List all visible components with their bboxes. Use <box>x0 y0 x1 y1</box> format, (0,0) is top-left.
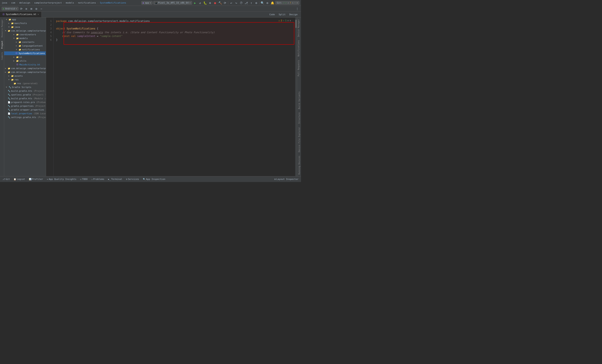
logcat-button[interactable]: 📋 Logcat <box>12 177 27 181</box>
layout-inspector-button[interactable]: ⊞ Layout Inspector <box>273 177 300 181</box>
stop-button[interactable]: ■ <box>213 1 217 5</box>
sync-button[interactable]: ⟳ <box>223 1 227 5</box>
tree-item-java[interactable]: ▼ 📁 java <box>4 25 46 29</box>
tree-item-gradle-props[interactable]: ▶ 🔧 gradle.properties (Project Propertie… <box>4 104 46 108</box>
arrow-com-delasign: ▼ <box>5 30 8 32</box>
design-view-button[interactable]: Design <box>288 13 299 16</box>
breadcrumb-java[interactable]: java <box>2 1 7 4</box>
terminal-button[interactable]: ▶_ Terminal <box>107 177 124 181</box>
tree-item-res-generated[interactable]: ▶ 📁 res (generated) <box>4 82 46 85</box>
app-inspection-button[interactable]: 🔍 App Inspection <box>141 177 167 181</box>
structure-tab[interactable]: Structure <box>297 111 301 125</box>
services-button[interactable]: ⚙ Services <box>124 177 141 181</box>
tree-item-models[interactable]: ▼ 📁 models <box>4 36 46 40</box>
run-config-dropdown[interactable]: ▼ <box>150 2 151 4</box>
logcat-icon: 📋 <box>14 178 16 180</box>
push-button[interactable]: ↑ <box>249 1 253 5</box>
notification-button[interactable]: 🔔 <box>270 1 274 5</box>
tree-item-local-props[interactable]: ▶ 📄 local.properties (SDK Location) <box>4 112 46 115</box>
breadcrumb-com[interactable]: com <box>11 1 15 4</box>
expand-icon[interactable]: ∧ <box>287 19 289 22</box>
git-bottom-button[interactable]: ⎇ Git <box>1 177 11 181</box>
code-view-button[interactable]: Code <box>268 13 277 16</box>
device-manager-tab[interactable]: Device Manager <box>297 18 301 38</box>
undo-button[interactable]: ↩ <box>229 1 233 5</box>
scrollbar-thumb[interactable] <box>295 20 297 28</box>
settings2-icon[interactable]: ⊞ <box>29 7 33 11</box>
tree-item-manifests[interactable]: ▶ 📁 manifests <box>4 21 46 25</box>
vcs-button[interactable]: ⎇ <box>244 1 248 5</box>
tree-item-build-gradle-module[interactable]: ▶ 🔧 build.gradle.kts (Module :app) <box>4 96 46 100</box>
tab-close-button[interactable]: × <box>38 13 39 15</box>
pull-requests-tab[interactable]: Pull Requests <box>297 58 301 78</box>
three-dots-icon[interactable]: ⋮ <box>295 7 299 11</box>
tree-item-androidtest[interactable]: ▶ 📁 com.delasign.samplestarterproject (a… <box>4 66 46 70</box>
notifications-tab[interactable]: Notifications <box>297 38 301 58</box>
refresh-button[interactable]: ↺ <box>198 1 202 5</box>
breadcrumb-models[interactable]: models <box>66 1 74 4</box>
tree-label-java: java <box>14 26 20 28</box>
filter-icon[interactable]: ≡ <box>24 7 28 11</box>
tree-item-notifications[interactable]: ▼ 📁 notifications <box>4 48 46 52</box>
tree-item-app[interactable]: ▼ 📁 app <box>4 18 46 21</box>
project-tab[interactable]: Project <box>0 39 4 50</box>
device-file-explorer-tab[interactable]: Device File Explorer <box>297 125 301 154</box>
gear2-icon[interactable]: ⚙ <box>34 7 39 11</box>
settings-button[interactable]: ⚙ <box>254 1 258 5</box>
running-devices-tab[interactable]: Running Devices <box>297 154 301 176</box>
vertical-scrollbar[interactable] <box>295 18 297 176</box>
redo-button[interactable]: ↪ <box>234 1 238 5</box>
sync-project-icon[interactable]: ⟳ <box>19 7 23 11</box>
android-dropdown[interactable]: ▼ <box>16 8 17 10</box>
commits-tab[interactable]: Commits <box>0 50 4 62</box>
device-dropdown[interactable]: ▼ <box>190 2 191 4</box>
breadcrumb-delasign[interactable]: delasign <box>19 1 30 4</box>
history-button[interactable]: ⏱ <box>239 1 243 5</box>
tree-item-languagecontent[interactable]: ▶ 📁 languageContent <box>4 44 46 48</box>
minus-icon[interactable]: − <box>39 7 43 11</box>
search-button[interactable]: 🔍 <box>260 1 264 5</box>
run-button[interactable]: ▶ <box>193 1 197 5</box>
breadcrumb-project[interactable]: samplestarterproject <box>34 1 62 4</box>
device-selector[interactable]: 📱 Pixel_3a_API_33_x86_64 ▼ <box>153 1 192 5</box>
tree-item-com-delasign[interactable]: ▼ 📁 com.delasign.samplestarterproject <box>4 29 46 33</box>
tree-item-utils[interactable]: ▶ 📁 utils <box>4 59 46 63</box>
collapse-icon[interactable]: ∨ <box>290 19 291 22</box>
debug-button[interactable]: 🐛 <box>203 1 207 5</box>
tree-item-assets[interactable]: ▶ 📁 assets <box>4 74 46 78</box>
attach-button[interactable]: ⚙ <box>208 1 212 5</box>
resource-manager-tab[interactable]: Resource Manager <box>0 18 4 39</box>
tree-item-settings-gradle[interactable]: ▶ 🔧 settings.gradle.kts (Project Setting… <box>4 115 46 119</box>
code-content[interactable]: 1 2 3 4 5 6 package com.delasign.samples… <box>46 18 297 176</box>
gear-button[interactable]: ⚙ <box>265 1 269 5</box>
problems-button[interactable]: ⚠ Problems <box>90 177 106 181</box>
tree-item-systemnotifications[interactable]: ▶ Ⓚ SystemNotifications <box>4 52 46 55</box>
terminal-label: Terminal <box>111 178 122 181</box>
tree-item-ui[interactable]: ▶ 📁 ui <box>4 55 46 59</box>
arrow-res: ▼ <box>8 79 11 81</box>
tree-item-res[interactable]: ▼ 📁 res <box>4 78 46 82</box>
android-selector[interactable]: ▶ Android ▼ <box>2 7 18 10</box>
tree-item-gradle-wrapper[interactable]: ▶ 🔧 gradle-wrapper.properties (Gradle Ve… <box>4 108 46 112</box>
arrow-constants: ▶ <box>16 41 18 43</box>
todo-button[interactable]: ☑ TODO <box>78 177 89 181</box>
tree-label-constants: constants <box>22 41 34 43</box>
app-quality-button[interactable]: ✦ App Quality Insights <box>45 177 78 181</box>
tree-item-coordinators[interactable]: ▶ 📁 coordinators <box>4 33 46 36</box>
tree-item-gradle-scripts[interactable]: ▼ 🔧 Gradle Scripts <box>4 85 46 89</box>
tree-item-mainactivity[interactable]: ▶ Ⓚ MainActivity.kt <box>4 63 46 66</box>
build-button[interactable]: 🔨 <box>218 1 222 5</box>
code-body[interactable]: package com.delasign.samplestarterprojec… <box>54 18 297 176</box>
split-view-button[interactable]: Split <box>277 13 287 16</box>
tree-item-build-gradle-project[interactable]: ▶ 🔧 build.gradle.kts (Project: Sample_Pr… <box>4 89 46 93</box>
tab-system-notifications[interactable]: Ⓚ SystemNotifications.kt × <box>0 12 42 17</box>
tree-item-test[interactable]: ▶ 📁 com.delasign.samplestarterproject (t… <box>4 70 46 74</box>
breadcrumb-class[interactable]: SystemNotifications <box>100 1 126 4</box>
tree-item-proguard[interactable]: ▶ 📄 proguard-rules.pro (ProGuard Rules f… <box>4 100 46 104</box>
run-config-selector[interactable]: ▶ app ▼ <box>141 1 152 5</box>
tree-item-constants[interactable]: ▶ 📁 constants <box>4 40 46 44</box>
profiler-button[interactable]: 📊 Profiler <box>27 177 45 181</box>
tree-item-spotless[interactable]: ▶ 🔧 spotless.gradle (Project: Sample_Pro… <box>4 93 46 96</box>
breadcrumb-notifications[interactable]: notifications <box>78 1 96 4</box>
build-variants-tab[interactable]: Build Variants <box>297 90 301 111</box>
